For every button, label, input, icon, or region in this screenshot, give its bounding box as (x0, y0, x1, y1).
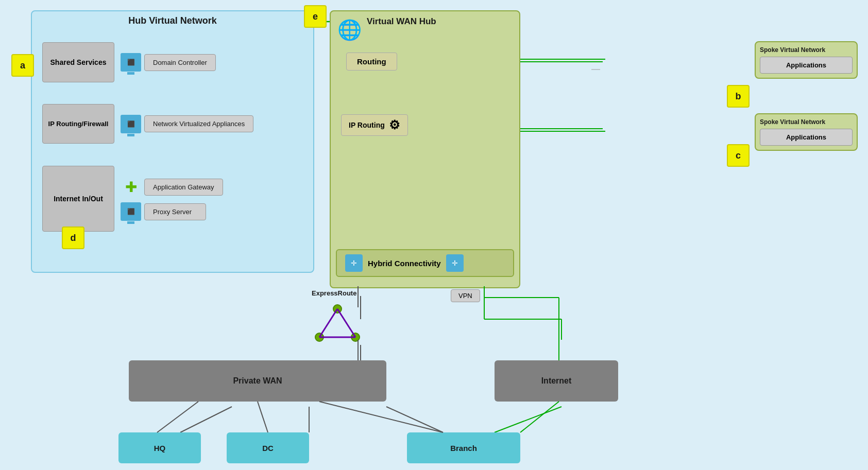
internet-box: Internet (495, 360, 618, 402)
spoke-vnet-2-app: Applications (760, 129, 853, 146)
expressroute-label: ExpressRoute (312, 289, 356, 297)
badge-c: c (727, 144, 750, 167)
svg-line-16 (319, 309, 337, 337)
app-gateway-box: Application Gateway (144, 179, 223, 196)
badge-e: e (304, 5, 327, 28)
badge-b: b (727, 85, 750, 108)
svg-line-29 (319, 402, 443, 432)
proxy-server-label: Proxy Server (153, 208, 192, 216)
svg-line-27 (157, 402, 198, 432)
shared-services-icon: ⬛ (121, 53, 141, 72)
wan-hub-globe-icon: 🌐 (336, 16, 363, 43)
internet-inout-row: Internet In/Out ✚ Application Gateway ⬛ (42, 166, 223, 232)
svg-line-28 (258, 402, 268, 432)
spoke-vnet-2-title: Spoke Virtual Network (760, 118, 853, 126)
ip-routing-wan-label: IP Routing (349, 121, 385, 129)
vpn-label: VPN (451, 289, 480, 302)
svg-line-11 (386, 407, 443, 432)
hybrid-connectivity-label: Hybrid Connectivity (368, 259, 441, 268)
proxy-server-icon: ⬛ (121, 202, 141, 221)
private-wan-box: Private WAN (129, 360, 386, 402)
domain-controller-box: Domain Controller (144, 54, 216, 71)
shared-services-label: Shared Services (50, 58, 107, 66)
wan-hub-box: 🌐 Virtual WAN Hub Routing IP Routing ⚙ ✛… (330, 10, 520, 288)
expressroute-triangle (314, 304, 376, 345)
badge-a: a (11, 54, 34, 77)
spoke-vnet-1-app: Applications (760, 57, 853, 74)
ip-routing-firewall-row: IP Routing/Firewall ⬛ Network Virtualize… (42, 104, 253, 144)
svg-line-9 (180, 407, 232, 432)
ip-routing-firewall-label: IP Routing/Firewall (48, 120, 109, 128)
domain-controller-label: Domain Controller (153, 59, 207, 66)
spoke-vnet-1: Spoke Virtual Network Applications (755, 41, 858, 79)
hub-vnet-title: Hub Virtual Network (32, 11, 313, 30)
proxy-server-box: Proxy Server (144, 203, 206, 220)
network-virtualized-label: Network Virtualized Appliances (153, 120, 245, 128)
hybrid-lock-icon-left: ✛ (345, 254, 363, 272)
spoke-vnet-2: Spoke Virtual Network Applications (755, 113, 858, 151)
app-gateway-icon: ✚ (121, 177, 141, 197)
app-gateway-label: Application Gateway (153, 183, 214, 191)
svg-line-30 (520, 402, 559, 432)
hq-endpoint: HQ (118, 432, 201, 463)
network-virtualized-box: Network Virtualized Appliances (144, 115, 253, 132)
shared-services-row: Shared Services ⬛ Domain Controller (42, 42, 216, 82)
ip-routing-icon: ⚙ (389, 118, 400, 132)
internet-inout-label: Internet In/Out (54, 195, 103, 203)
svg-line-12 (495, 407, 561, 432)
branch-endpoint: Branch (407, 432, 520, 463)
diagram-container: Hub Virtual Network Shared Services ⬛ Do… (0, 0, 868, 470)
hybrid-lock-icon-right: ✛ (446, 254, 464, 272)
ip-routing-wan-box: IP Routing ⚙ (341, 114, 408, 136)
badge-d: d (62, 227, 84, 249)
spoke-vnet-1-title: Spoke Virtual Network (760, 46, 853, 54)
svg-line-17 (337, 309, 355, 337)
ip-routing-icon: ⬛ (121, 115, 141, 133)
hybrid-connectivity-box: ✛ Hybrid Connectivity ✛ (336, 249, 514, 277)
routing-box: Routing (346, 53, 397, 71)
dc-endpoint: DC (227, 432, 309, 463)
